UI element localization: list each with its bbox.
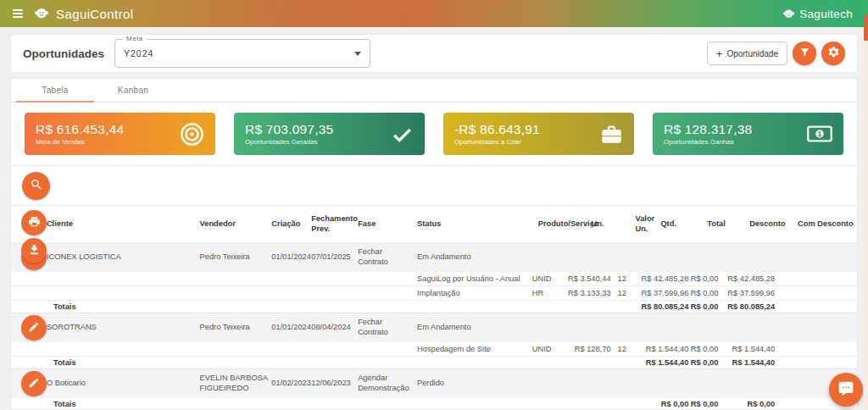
- cell-criacao: 01/01/2024: [271, 323, 311, 333]
- kpi-label: Oportunidades a Criar: [454, 138, 540, 146]
- opportunities-table: Cliente Vendedor Criação Fechamento Prev…: [11, 206, 857, 410]
- cell-produto: Hospedagem de Site: [407, 345, 522, 353]
- cell-valor-un: R$ 128,70: [552, 345, 611, 353]
- tabs: Tabela Kanban: [11, 79, 857, 102]
- totals-label: Totais: [53, 302, 407, 311]
- edit-icon: [28, 377, 40, 391]
- saguitech-logo-icon: [782, 8, 795, 20]
- scrollbar-thumb[interactable]: [864, 15, 868, 41]
- col-header-produto-servico: Produto/Serviço: [538, 219, 592, 230]
- search-button[interactable]: [22, 172, 50, 200]
- svg-text:1: 1: [818, 130, 822, 138]
- tab-tabela[interactable]: Tabela: [16, 79, 94, 102]
- cell-com-desconto: R$ 37.599,96: [707, 289, 775, 297]
- client-row-iconex: ICONEX LOGISTICA Pedro Teixeira 01/01/20…: [11, 243, 857, 272]
- gear-icon: [827, 46, 840, 61]
- client-row-o-boticario: O Boticario EVELIN BARBOSA FIGUEIREDO 01…: [11, 369, 857, 398]
- table-actions-cell: [11, 206, 47, 242]
- col-header-cliente: Cliente: [47, 219, 200, 230]
- kpi-oportunidades-geradas: R$ 703.097,35 Oportunidades Geradas: [234, 113, 425, 155]
- product-row: Hospedagem de Site UNID R$ 128,70 12 R$ …: [11, 342, 857, 357]
- add-opportunity-label: Oportunidade: [726, 49, 778, 58]
- cell-fase: Agendar Demonstração: [358, 374, 417, 393]
- kpi-value: -R$ 86.643,91: [454, 122, 540, 137]
- cell-fechamento-prev: 07/01/2025: [311, 252, 358, 263]
- cell-produto: Implantação: [407, 289, 522, 297]
- cell-cliente: O Boticario: [47, 379, 200, 389]
- cell-criacao: 01/02/2023: [271, 379, 311, 389]
- col-header-fase: Fase: [358, 219, 417, 230]
- col-header-qtd: Qtd.: [660, 219, 707, 230]
- meta-select[interactable]: Meta Y2024: [114, 39, 370, 68]
- meta-select-value: Y2024: [124, 48, 153, 58]
- cell-status: Em Andamento: [417, 252, 857, 263]
- print-button[interactable]: [21, 210, 47, 235]
- cell-fechamento-prev: 08/04/2024: [311, 323, 358, 333]
- chat-icon: [837, 380, 854, 400]
- cell-valor-un: R$ 3.540,44: [552, 274, 611, 283]
- cell-com-desconto: R$ 42.485,28: [707, 274, 775, 283]
- client-row-sorotrans: SOROTRANS Pedro Teixeira 01/01/2024 08/0…: [11, 313, 857, 342]
- search-icon: [30, 178, 43, 194]
- cell-vendedor: Pedro Teixeira: [200, 323, 272, 333]
- totals-label: Totais: [53, 358, 407, 367]
- monkey-logo-icon: [34, 6, 49, 21]
- plus-icon: +: [716, 48, 723, 59]
- brand-name: Saguitech: [799, 8, 853, 20]
- kpi-value: R$ 703.097,35: [245, 122, 333, 137]
- app-header: SaguiControl Saguitech: [0, 0, 868, 27]
- meta-select-label: Meta: [123, 35, 147, 42]
- totals-com-desconto: R$ 1.544,40: [707, 358, 775, 367]
- briefcase-icon: [600, 123, 623, 146]
- hamburger-menu-icon[interactable]: [10, 7, 25, 20]
- col-header-criacao: Criação: [271, 219, 311, 230]
- check-icon: [391, 123, 414, 146]
- totals-label: Totais: [53, 400, 407, 408]
- print-icon: [28, 215, 41, 230]
- money-icon: 1: [807, 125, 832, 142]
- cell-fase: Fechar Contrato: [358, 318, 417, 337]
- saguitech-brand: Saguitech: [782, 8, 858, 20]
- totals-row: Totais R$ 1.544,40 R$ 0,00 R$ 1.544,40: [11, 357, 857, 369]
- page-body: Oportunidades Meta Y2024 + Oportunidade …: [10, 34, 858, 410]
- edit-button[interactable]: [21, 371, 47, 396]
- search-row: [11, 165, 857, 206]
- cell-fechamento-prev: 12/06/2023: [311, 379, 358, 389]
- toolbar: Oportunidades Meta Y2024 + Oportunidade: [10, 34, 858, 73]
- totals-com-desconto: R$ 80.085,24: [707, 302, 775, 311]
- cell-cliente: SOROTRANS: [47, 323, 200, 333]
- kpi-label: Meta de Vendas: [36, 138, 124, 146]
- product-row: Implantação HR R$ 3.133,33 12 R$ 37.599,…: [11, 286, 857, 301]
- add-opportunity-button[interactable]: + Oportunidade: [707, 42, 787, 65]
- page-title: Oportunidades: [23, 47, 104, 60]
- edit-icon: [28, 321, 40, 335]
- totals-com-desconto: R$ 0,00: [707, 400, 775, 408]
- edit-button[interactable]: [21, 315, 47, 341]
- chat-button[interactable]: [829, 373, 863, 407]
- kpi-meta-de-vendas: R$ 616.453,44 Meta de Vendas: [25, 113, 215, 155]
- app-title: SaguiControl: [56, 7, 134, 21]
- totals-row: Totais R$ 80.085,24 R$ 0,00 R$ 80.085,24: [11, 301, 857, 313]
- col-header-desconto: Desconto: [749, 219, 798, 230]
- cell-status: Em Andamento: [417, 323, 857, 333]
- cell-fase: Fechar Contrato: [358, 247, 417, 267]
- col-header-fechamento-prev: Fechamento Prev.: [311, 214, 358, 234]
- cell-criacao: 01/01/2024: [271, 252, 311, 263]
- tab-kanban[interactable]: Kanban: [94, 79, 172, 102]
- col-header-com-desconto: Com Desconto: [798, 219, 857, 230]
- kpi-oportunidades-a-criar: -R$ 86.643,91 Oportunidades a Criar: [443, 113, 634, 155]
- filter-button[interactable]: [793, 42, 816, 65]
- cell-vendedor: EVELIN BARBOSA FIGUEIREDO: [200, 374, 272, 393]
- download-icon: [28, 243, 41, 258]
- settings-button[interactable]: [821, 42, 845, 65]
- cell-vendedor: Pedro Teixeira: [200, 252, 272, 263]
- download-button[interactable]: [21, 238, 47, 263]
- col-header-status: Status: [417, 219, 538, 230]
- product-row: SaguiLog por Usuário - Anual UNID R$ 3.5…: [11, 272, 857, 286]
- cell-valor-un: R$ 3.133,33: [552, 289, 611, 297]
- kpi-oportunidades-ganhas: R$ 128.317,38 Oportunidades Ganhas 1: [653, 113, 843, 155]
- col-header-vendedor: Vendedor: [200, 219, 272, 230]
- cell-com-desconto: R$ 1.544,40: [707, 345, 775, 353]
- page-scrollbar[interactable]: [864, 15, 868, 410]
- cell-status: Perdido: [417, 379, 857, 389]
